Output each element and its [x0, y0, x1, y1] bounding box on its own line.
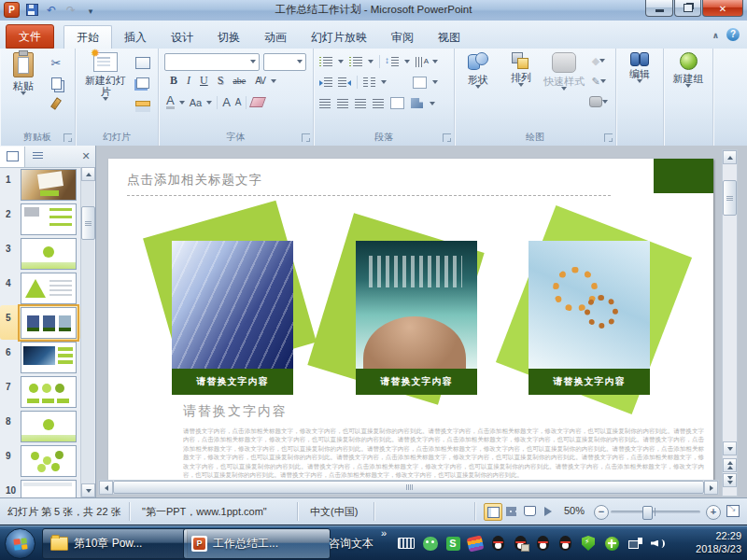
change-case-button[interactable]: Aa: [190, 97, 202, 108]
taskbar-item-folder[interactable]: 第10章 Pow...: [42, 528, 188, 559]
tab-transitions[interactable]: 切换: [205, 26, 252, 49]
tray-sogou-icon[interactable]: [467, 535, 484, 552]
slide-thumbnail-5-selected[interactable]: 5: [0, 305, 80, 340]
paragraph-dialog-launcher[interactable]: [443, 133, 451, 142]
paste-button[interactable]: 粘贴: [2, 52, 45, 95]
font-name-select[interactable]: [164, 53, 260, 71]
zoom-slider-thumb[interactable]: [642, 506, 653, 520]
convert-smartart-icon[interactable]: [411, 98, 423, 108]
zoom-in-button[interactable]: +: [706, 505, 721, 520]
body-text-placeholder[interactable]: 请替换文字内容，点击添加相关标题文字，修改文字内容，也可以直接复制你的内容到此。…: [183, 427, 704, 479]
caption-banner[interactable]: 请替换文字内容: [172, 369, 293, 395]
content-card-1[interactable]: 请替换文字内容: [172, 241, 293, 395]
vertical-scrollbar[interactable]: [722, 149, 738, 497]
tray-network-icon[interactable]: [627, 535, 643, 552]
minimize-button[interactable]: [645, 0, 673, 17]
increase-indent-icon[interactable]: [338, 77, 351, 87]
text-direction-icon[interactable]: [416, 57, 427, 67]
tray-qq-icon-1[interactable]: [489, 535, 506, 552]
shape-fill-button[interactable]: [589, 52, 608, 69]
distribute-icon[interactable]: [390, 97, 404, 109]
tray-keyboard-icon[interactable]: [398, 535, 415, 552]
tab-insert[interactable]: 插入: [112, 26, 159, 49]
help-icon[interactable]: ?: [726, 28, 740, 41]
previous-slide-button[interactable]: [723, 458, 737, 472]
tab-file[interactable]: 文件: [6, 24, 54, 49]
tab-outline[interactable]: [25, 147, 49, 167]
reset-slide-button[interactable]: [134, 75, 152, 91]
slide-thumbnail-8[interactable]: 8: [0, 409, 80, 443]
slide-thumbnail-4[interactable]: 4: [0, 271, 80, 305]
align-text-icon[interactable]: [413, 77, 427, 89]
language-indicator[interactable]: 中文(中国): [310, 505, 358, 519]
font-dialog-launcher[interactable]: [302, 133, 310, 142]
start-button[interactable]: [5, 528, 35, 559]
section-button[interactable]: [134, 95, 152, 112]
clipboard-dialog-launcher[interactable]: [63, 133, 72, 142]
tab-home[interactable]: 开始: [63, 25, 112, 49]
slide-title-placeholder[interactable]: 点击添加相关标题文字: [127, 172, 262, 189]
editing-button[interactable]: 编辑: [618, 52, 661, 83]
quick-styles-button[interactable]: 快速样式: [541, 52, 587, 91]
tray-qq-icon-3[interactable]: [534, 535, 551, 552]
arrange-button[interactable]: 排列: [500, 52, 543, 87]
tab-slideshow[interactable]: 幻灯片放映: [299, 26, 379, 49]
slide-thumbnail-6[interactable]: 6: [0, 340, 80, 374]
taskbar-item-powerpoint[interactable]: P 工作总结工...: [183, 528, 331, 559]
columns-icon[interactable]: [363, 77, 375, 87]
font-size-select[interactable]: [263, 53, 306, 71]
tab-slides-thumbnails[interactable]: [0, 147, 25, 167]
slide-thumbnail-10[interactable]: 10: [0, 478, 80, 497]
tray-volume-icon[interactable]: [650, 535, 667, 552]
tray-shield-icon[interactable]: [580, 535, 597, 552]
toolbar-chevron-icon[interactable]: »: [381, 527, 387, 539]
decrease-indent-icon[interactable]: [319, 77, 332, 87]
scroll-up-button[interactable]: [723, 150, 737, 164]
next-slide-button[interactable]: [723, 473, 737, 487]
grow-font-button[interactable]: A: [222, 95, 231, 109]
shrink-font-button[interactable]: A: [235, 97, 242, 107]
slide-thumbnail-9[interactable]: 9: [0, 443, 80, 478]
align-center-icon[interactable]: [337, 99, 348, 108]
copy-button[interactable]: [47, 75, 65, 91]
shape-outline-button[interactable]: [589, 73, 608, 90]
body-heading-placeholder[interactable]: 请替换文字内容: [183, 403, 288, 420]
tray-plus-icon[interactable]: [603, 535, 620, 552]
scrollbar-thumb[interactable]: [113, 481, 704, 494]
bullets-icon[interactable]: [319, 57, 332, 66]
taskbar-clock[interactable]: 22:29 2018/3/23: [696, 529, 741, 555]
photo-hand-gears[interactable]: [529, 241, 650, 369]
italic-button[interactable]: I: [183, 74, 194, 88]
slide-sorter-button[interactable]: [502, 503, 519, 519]
slide-canvas[interactable]: 点击添加相关标题文字 请替换文字内容 请替换文字内容 请替换文字内容: [108, 159, 713, 483]
tab-view[interactable]: 视图: [426, 26, 472, 49]
slideshow-button[interactable]: [540, 503, 557, 519]
strikethrough-button[interactable]: abe: [229, 76, 249, 86]
drawing-dialog-launcher[interactable]: [604, 133, 613, 142]
caption-banner[interactable]: 请替换文字内容: [356, 369, 477, 395]
slide-thumbnail-2[interactable]: 2: [0, 202, 80, 236]
cut-button[interactable]: [47, 54, 65, 71]
line-spacing-icon[interactable]: [386, 57, 399, 66]
align-left-icon[interactable]: [319, 99, 331, 108]
scrollbar-thumb[interactable]: [723, 180, 737, 216]
panel-scrollbar[interactable]: [80, 167, 94, 497]
character-spacing-button[interactable]: AV: [251, 76, 269, 86]
scroll-left-button[interactable]: [99, 481, 113, 495]
shape-effects-button[interactable]: [589, 93, 608, 110]
slide-thumbnail-7[interactable]: 7: [0, 374, 80, 409]
text-shadow-button[interactable]: S: [214, 74, 228, 88]
new-slide-button[interactable]: 新建幻灯片: [81, 52, 130, 101]
numbering-icon[interactable]: [349, 57, 362, 66]
format-painter-button[interactable]: [47, 95, 65, 112]
new-group-button[interactable]: 新建组: [667, 52, 710, 88]
zoom-level[interactable]: 50%: [564, 505, 585, 516]
tab-animations[interactable]: 动画: [252, 26, 299, 49]
caption-banner[interactable]: 请替换文字内容: [529, 369, 650, 395]
font-color-button[interactable]: A: [166, 95, 175, 109]
content-card-3[interactable]: 请替换文字内容: [529, 241, 650, 395]
close-panel-button[interactable]: ✕: [77, 150, 95, 162]
scroll-up-button[interactable]: [81, 167, 95, 181]
reading-view-button[interactable]: [521, 503, 538, 519]
tray-wechat-icon[interactable]: [422, 535, 439, 552]
